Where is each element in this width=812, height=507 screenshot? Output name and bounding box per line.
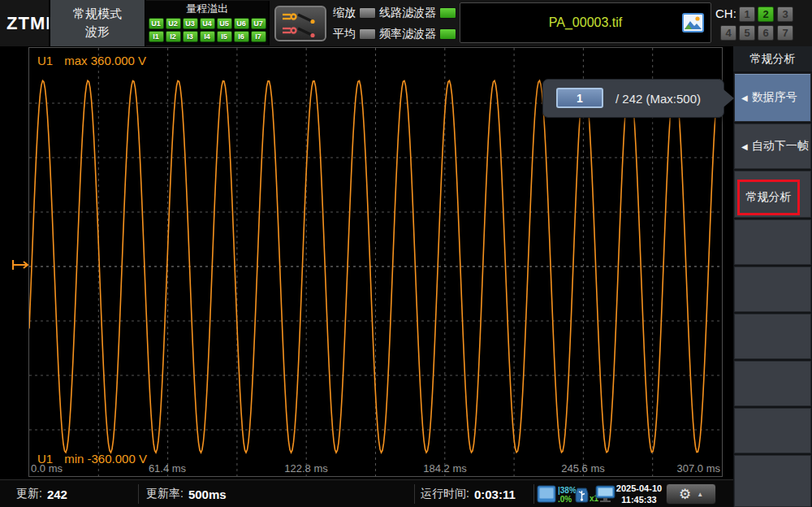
data-index-input[interactable] <box>556 88 603 108</box>
led-u2: U2 <box>166 18 181 29</box>
channel-button-5[interactable]: 5 <box>739 25 755 41</box>
left-triangle-icon: ◀ <box>741 142 748 151</box>
x-tick-1: 61.4 ms <box>149 462 186 474</box>
menu-item-empty-6[interactable] <box>734 455 811 507</box>
zoom-indicator[interactable] <box>359 7 376 19</box>
storage-icon <box>537 485 556 503</box>
channel-button-3[interactable]: 3 <box>777 6 793 22</box>
menu-item-label: 数据序号 <box>752 90 797 105</box>
menu-item-normal-analysis[interactable]: 常规分析 <box>734 171 811 218</box>
range-overflow-title: 量程溢出 <box>146 2 268 16</box>
mode-line1: 常规模式 <box>73 6 122 22</box>
current-led-row: I1 I2 I3 I4 I5 I6 I7 <box>146 31 268 42</box>
max-value-label: U1 max 360.000 V <box>37 54 146 67</box>
menu-item-empty-5[interactable] <box>734 408 811 453</box>
menu-item-auto-next-frame[interactable]: ◀ 自动下一帧 <box>734 124 811 169</box>
average-indicator[interactable] <box>359 28 376 40</box>
menu-item-empty-3[interactable] <box>734 314 811 359</box>
channel-label: CH: <box>715 6 736 20</box>
freq-filter-indicator[interactable] <box>439 28 456 40</box>
update-count: 更新: 242 <box>16 480 67 507</box>
x-tick-2: 122.8 ms <box>284 462 327 474</box>
top-bar: ZTMI 常规模式 波形 量程溢出 U1 U2 U3 U4 U5 U6 U7 I… <box>0 0 812 47</box>
data-index-tooltip: / 242 (Max:500) <box>542 79 724 118</box>
channel-button-4[interactable]: 4 <box>720 25 736 41</box>
image-file-icon <box>682 13 704 32</box>
x-tick-4: 245.6 ms <box>561 462 604 474</box>
divider <box>533 484 534 504</box>
menu-item-empty-1[interactable] <box>734 219 811 265</box>
led-u1: U1 <box>149 18 164 29</box>
data-index-count: / 242 (Max:500) <box>615 80 701 117</box>
menu-item-label: 自动下一帧 <box>752 139 809 154</box>
datetime: 2025-04-10 11:45:33 <box>614 483 664 505</box>
network-display-icon <box>595 485 615 503</box>
freq-filter-label: 频率滤波器 <box>379 27 436 41</box>
led-u7: U7 <box>251 18 266 29</box>
right-menu: 常规分析 ◀ 数据序号 ◀ 自动下一帧 常规分析 <box>733 46 812 507</box>
led-i6: I6 <box>234 31 249 42</box>
wiring-icon <box>279 9 322 38</box>
range-overflow-panel: 量程溢出 U1 U2 U3 U4 U5 U6 U7 I1 I2 I3 I4 I5… <box>146 1 270 46</box>
led-u6: U6 <box>234 18 249 29</box>
divider <box>414 484 415 504</box>
zero-axis-marker-icon <box>11 258 30 271</box>
wiring-settings-button[interactable] <box>274 6 326 41</box>
divider <box>138 484 139 504</box>
led-u4: U4 <box>200 18 215 29</box>
led-i7: I7 <box>251 31 266 42</box>
line-filter-indicator[interactable] <box>439 7 456 19</box>
x-tick-0: 0.0 ms <box>31 462 63 474</box>
x-tick-3: 184.2 ms <box>423 462 466 474</box>
brand-logo: ZTMI <box>6 0 51 46</box>
led-i5: I5 <box>217 31 232 42</box>
zoom-toggle-label: 缩放 <box>333 6 356 20</box>
status-bar: 更新: 242 更新率: 500ms 运行时间: 0:03:11 |38% .0… <box>0 479 733 507</box>
time-text: 11:45:33 <box>614 494 664 505</box>
channel-button-1[interactable]: 1 <box>739 6 755 22</box>
average-toggle-label: 平均 <box>333 27 356 41</box>
channel-button-2[interactable]: 2 <box>758 6 774 22</box>
channel-button-7[interactable]: 7 <box>777 25 793 41</box>
menu-item-empty-4[interactable] <box>734 361 811 406</box>
led-u3: U3 <box>183 18 198 29</box>
highlight-red-box: 常规分析 <box>737 180 800 215</box>
triangle-up-icon: ▲ <box>697 491 703 498</box>
left-triangle-icon: ◀ <box>741 93 748 102</box>
waveform-area: U1 max 360.000 V U1 min -360.000 V 0.0 m… <box>0 46 733 479</box>
x-tick-5: 307.0 ms <box>677 462 720 474</box>
led-i2: I2 <box>166 31 181 42</box>
menu-item-label: 常规分析 <box>746 190 792 205</box>
led-i3: I3 <box>183 31 198 42</box>
menu-item-empty-2[interactable] <box>734 266 811 312</box>
line-filter-label: 线路滤波器 <box>379 6 436 20</box>
led-i4: I4 <box>200 31 215 42</box>
gear-icon: ⚙ <box>679 488 691 501</box>
led-u5: U5 <box>217 18 232 29</box>
menu-item-data-index[interactable]: ◀ 数据序号 <box>734 73 811 122</box>
filename-text: PA_00003.tif <box>460 3 710 42</box>
led-i1: I1 <box>149 31 164 42</box>
date-text: 2025-04-10 <box>614 483 664 494</box>
run-time: 运行时间: 0:03:11 <box>421 480 516 507</box>
usb-icon <box>574 487 590 503</box>
settings-button[interactable]: ⚙ ▲ <box>666 483 716 505</box>
update-rate: 更新率: 500ms <box>146 480 227 507</box>
menu-title: 常规分析 <box>733 46 812 72</box>
screenshot-filename-box[interactable]: PA_00003.tif <box>460 2 711 43</box>
mode-line2: 波形 <box>85 24 110 40</box>
channel-selector: CH: 1 2 3 4 5 6 7 <box>715 0 812 46</box>
voltage-led-row: U1 U2 U3 U4 U5 U6 U7 <box>146 18 268 29</box>
filter-toggles: 缩放 线路滤波器 平均 频率滤波器 <box>333 4 456 43</box>
mode-indicator[interactable]: 常规模式 波形 <box>49 0 146 46</box>
channel-button-6[interactable]: 6 <box>758 25 774 41</box>
power-analyzer-screen: ZTMI 常规模式 波形 量程溢出 U1 U2 U3 U4 U5 U6 U7 I… <box>0 0 812 507</box>
